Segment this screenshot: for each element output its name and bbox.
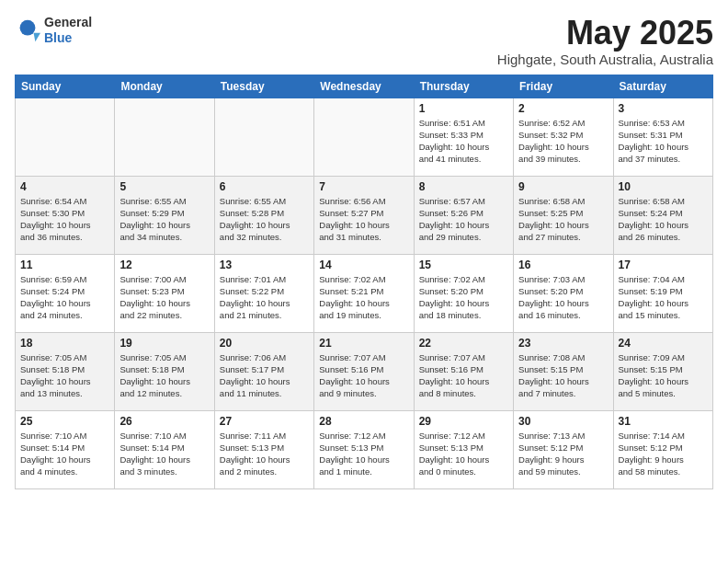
calendar-cell: 26Sunrise: 7:10 AM Sunset: 5:14 PM Dayli…: [115, 410, 214, 488]
day-number: 8: [419, 180, 508, 193]
calendar-cell: 12Sunrise: 7:00 AM Sunset: 5:23 PM Dayli…: [115, 254, 214, 332]
day-info: Sunrise: 7:11 AM Sunset: 5:13 PM Dayligh…: [220, 430, 309, 478]
day-number: 23: [518, 337, 608, 350]
day-info: Sunrise: 7:12 AM Sunset: 5:13 PM Dayligh…: [319, 430, 408, 478]
day-info: Sunrise: 7:08 AM Sunset: 5:15 PM Dayligh…: [518, 351, 608, 400]
logo: General Blue: [15, 15, 92, 46]
calendar-cell: 17Sunrise: 7:04 AM Sunset: 5:19 PM Dayli…: [613, 254, 712, 332]
month-year: May 2025: [497, 15, 713, 52]
svg-point-0: [20, 20, 36, 36]
weekday-header-wednesday: Wednesday: [314, 75, 414, 98]
day-info: Sunrise: 7:05 AM Sunset: 5:18 PM Dayligh…: [119, 351, 209, 400]
calendar-cell: 28Sunrise: 7:12 AM Sunset: 5:13 PM Dayli…: [314, 410, 414, 488]
day-number: 4: [20, 180, 109, 193]
weekday-header-sunday: Sunday: [16, 75, 115, 98]
day-number: 10: [619, 180, 708, 193]
day-info: Sunrise: 7:05 AM Sunset: 5:18 PM Dayligh…: [20, 351, 109, 400]
day-number: 14: [319, 259, 408, 271]
day-number: 2: [518, 102, 608, 115]
day-info: Sunrise: 6:53 AM Sunset: 5:31 PM Dayligh…: [619, 117, 708, 166]
calendar-cell: 29Sunrise: 7:12 AM Sunset: 5:13 PM Dayli…: [414, 410, 513, 488]
calendar-week-1: 1Sunrise: 6:51 AM Sunset: 5:33 PM Daylig…: [16, 98, 713, 176]
day-number: 18: [20, 337, 109, 350]
calendar-cell: [115, 98, 214, 176]
day-number: 13: [220, 259, 309, 271]
calendar-cell: 10Sunrise: 6:58 AM Sunset: 5:24 PM Dayli…: [613, 176, 712, 254]
calendar-cell: 3Sunrise: 6:53 AM Sunset: 5:31 PM Daylig…: [613, 98, 712, 176]
logo-text: General Blue: [44, 15, 92, 46]
calendar-cell: [314, 98, 414, 176]
location: Highgate, South Australia, Australia: [497, 52, 713, 67]
calendar-cell: 27Sunrise: 7:11 AM Sunset: 5:13 PM Dayli…: [214, 410, 313, 488]
day-number: 12: [119, 259, 209, 271]
day-info: Sunrise: 7:14 AM Sunset: 5:12 PM Dayligh…: [619, 430, 708, 478]
calendar-cell: 9Sunrise: 6:58 AM Sunset: 5:25 PM Daylig…: [514, 176, 613, 254]
day-number: 3: [619, 102, 708, 115]
day-info: Sunrise: 7:13 AM Sunset: 5:12 PM Dayligh…: [518, 430, 608, 478]
day-info: Sunrise: 6:55 AM Sunset: 5:29 PM Dayligh…: [119, 195, 209, 244]
calendar-cell: 22Sunrise: 7:07 AM Sunset: 5:16 PM Dayli…: [414, 332, 513, 410]
calendar-cell: 6Sunrise: 6:55 AM Sunset: 5:28 PM Daylig…: [214, 176, 313, 254]
day-number: 28: [319, 415, 408, 428]
day-number: 16: [518, 259, 608, 271]
day-number: 20: [220, 337, 309, 350]
calendar-cell: [16, 98, 115, 176]
day-number: 15: [419, 259, 508, 271]
day-info: Sunrise: 7:10 AM Sunset: 5:14 PM Dayligh…: [119, 430, 209, 478]
day-number: 24: [619, 337, 708, 350]
calendar-cell: 14Sunrise: 7:02 AM Sunset: 5:21 PM Dayli…: [314, 254, 414, 332]
day-info: Sunrise: 7:07 AM Sunset: 5:16 PM Dayligh…: [419, 351, 508, 400]
calendar-cell: 11Sunrise: 6:59 AM Sunset: 5:24 PM Dayli…: [16, 254, 115, 332]
day-number: 29: [419, 415, 508, 428]
calendar-cell: 20Sunrise: 7:06 AM Sunset: 5:17 PM Dayli…: [214, 332, 313, 410]
calendar-cell: 23Sunrise: 7:08 AM Sunset: 5:15 PM Dayli…: [514, 332, 613, 410]
calendar-cell: 1Sunrise: 6:51 AM Sunset: 5:33 PM Daylig…: [414, 98, 513, 176]
day-number: 31: [619, 415, 708, 428]
weekday-header-tuesday: Tuesday: [214, 75, 313, 98]
calendar-cell: 8Sunrise: 6:57 AM Sunset: 5:26 PM Daylig…: [414, 176, 513, 254]
calendar-week-4: 18Sunrise: 7:05 AM Sunset: 5:18 PM Dayli…: [16, 332, 713, 410]
page-header: General Blue May 2025 Highgate, South Au…: [15, 15, 713, 67]
calendar-cell: 4Sunrise: 6:54 AM Sunset: 5:30 PM Daylig…: [16, 176, 115, 254]
calendar-cell: 31Sunrise: 7:14 AM Sunset: 5:12 PM Dayli…: [613, 410, 712, 488]
day-number: 7: [319, 180, 408, 193]
weekday-header-row: SundayMondayTuesdayWednesdayThursdayFrid…: [16, 75, 713, 98]
day-info: Sunrise: 7:03 AM Sunset: 5:20 PM Dayligh…: [518, 273, 608, 322]
day-info: Sunrise: 6:57 AM Sunset: 5:26 PM Dayligh…: [419, 195, 508, 244]
weekday-header-friday: Friday: [514, 75, 613, 98]
day-info: Sunrise: 6:55 AM Sunset: 5:28 PM Dayligh…: [220, 195, 309, 244]
day-info: Sunrise: 7:01 AM Sunset: 5:22 PM Dayligh…: [220, 273, 309, 322]
day-number: 9: [518, 180, 608, 193]
calendar-cell: 19Sunrise: 7:05 AM Sunset: 5:18 PM Dayli…: [115, 332, 214, 410]
calendar-cell: 13Sunrise: 7:01 AM Sunset: 5:22 PM Dayli…: [214, 254, 313, 332]
calendar: SundayMondayTuesdayWednesdayThursdayFrid…: [15, 75, 713, 489]
calendar-cell: 18Sunrise: 7:05 AM Sunset: 5:18 PM Dayli…: [16, 332, 115, 410]
calendar-week-3: 11Sunrise: 6:59 AM Sunset: 5:24 PM Dayli…: [16, 254, 713, 332]
day-info: Sunrise: 7:09 AM Sunset: 5:15 PM Dayligh…: [619, 351, 708, 400]
day-info: Sunrise: 6:58 AM Sunset: 5:24 PM Dayligh…: [619, 195, 708, 244]
calendar-cell: 25Sunrise: 7:10 AM Sunset: 5:14 PM Dayli…: [16, 410, 115, 488]
weekday-header-monday: Monday: [115, 75, 214, 98]
day-info: Sunrise: 7:10 AM Sunset: 5:14 PM Dayligh…: [20, 430, 109, 478]
day-info: Sunrise: 7:00 AM Sunset: 5:23 PM Dayligh…: [119, 273, 209, 322]
title-block: May 2025 Highgate, South Australia, Aust…: [497, 15, 713, 67]
calendar-cell: 24Sunrise: 7:09 AM Sunset: 5:15 PM Dayli…: [613, 332, 712, 410]
day-info: Sunrise: 6:56 AM Sunset: 5:27 PM Dayligh…: [319, 195, 408, 244]
day-info: Sunrise: 7:02 AM Sunset: 5:20 PM Dayligh…: [419, 273, 508, 322]
day-number: 26: [119, 415, 209, 428]
day-info: Sunrise: 7:07 AM Sunset: 5:16 PM Dayligh…: [319, 351, 408, 400]
weekday-header-saturday: Saturday: [613, 75, 712, 98]
day-number: 6: [220, 180, 309, 193]
weekday-header-thursday: Thursday: [414, 75, 513, 98]
calendar-cell: 16Sunrise: 7:03 AM Sunset: 5:20 PM Dayli…: [514, 254, 613, 332]
calendar-cell: 15Sunrise: 7:02 AM Sunset: 5:20 PM Dayli…: [414, 254, 513, 332]
svg-marker-1: [34, 33, 40, 41]
day-info: Sunrise: 7:06 AM Sunset: 5:17 PM Dayligh…: [220, 351, 309, 400]
calendar-cell: 21Sunrise: 7:07 AM Sunset: 5:16 PM Dayli…: [314, 332, 414, 410]
calendar-cell: 30Sunrise: 7:13 AM Sunset: 5:12 PM Dayli…: [514, 410, 613, 488]
day-info: Sunrise: 7:04 AM Sunset: 5:19 PM Dayligh…: [619, 273, 708, 322]
day-info: Sunrise: 6:54 AM Sunset: 5:30 PM Dayligh…: [20, 195, 109, 244]
calendar-cell: 5Sunrise: 6:55 AM Sunset: 5:29 PM Daylig…: [115, 176, 214, 254]
logo-icon: [15, 17, 40, 43]
day-number: 11: [20, 259, 109, 271]
